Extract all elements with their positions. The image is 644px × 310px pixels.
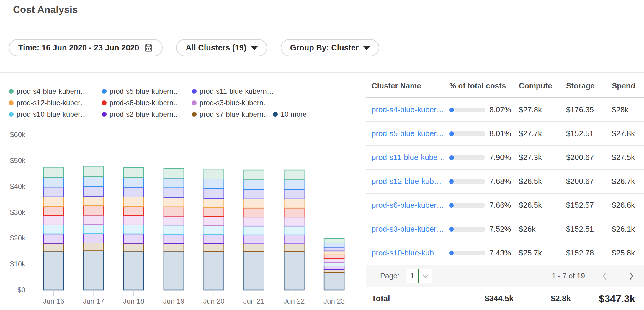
bar-segment[interactable] bbox=[164, 243, 184, 251]
cluster-name-link[interactable]: prod-s3-blue-kubern… bbox=[372, 217, 445, 241]
bar-segment[interactable] bbox=[84, 177, 104, 187]
bar-segment[interactable] bbox=[124, 225, 144, 234]
legend-item[interactable]: prod-s12-blue-kuber… bbox=[9, 98, 87, 108]
bar-segment[interactable] bbox=[84, 186, 104, 196]
cluster-name-link[interactable]: prod-s10-blue-kuber… bbox=[372, 241, 445, 265]
cluster-name-link[interactable]: prod-s11-blue-kuber… bbox=[372, 146, 445, 169]
bar-segment[interactable] bbox=[164, 178, 184, 188]
bar-segment[interactable] bbox=[244, 199, 264, 208]
bar-segment[interactable] bbox=[324, 269, 344, 273]
legend-item[interactable]: prod-s3-blue-kubern… bbox=[192, 98, 270, 108]
bar-segment[interactable] bbox=[324, 262, 344, 266]
bar-segment[interactable] bbox=[84, 166, 104, 176]
bar-segment[interactable] bbox=[84, 225, 104, 234]
bar-segment[interactable] bbox=[244, 189, 264, 199]
bar-segment[interactable] bbox=[124, 177, 144, 187]
bar-segment[interactable] bbox=[284, 226, 304, 235]
bar-segment[interactable] bbox=[164, 234, 184, 243]
next-page-button[interactable] bbox=[626, 270, 636, 282]
bar-segment[interactable] bbox=[44, 187, 64, 197]
time-range-filter-button[interactable]: Time: 16 Jun 2020 - 23 Jun 2020 bbox=[9, 39, 163, 56]
bar-segment[interactable] bbox=[284, 180, 304, 189]
bar-segment[interactable] bbox=[204, 235, 224, 244]
previous-page-button[interactable] bbox=[600, 270, 610, 282]
bar-segment[interactable] bbox=[84, 234, 104, 243]
bar-segment[interactable] bbox=[244, 244, 264, 252]
bar-segment[interactable] bbox=[284, 244, 304, 252]
bar-segment[interactable] bbox=[164, 168, 184, 178]
bar-segment[interactable] bbox=[204, 198, 224, 207]
bar-segment[interactable] bbox=[164, 197, 184, 207]
bar-segment[interactable] bbox=[44, 177, 64, 187]
bar-segment[interactable] bbox=[244, 252, 264, 290]
bar-segment[interactable] bbox=[164, 188, 184, 197]
bar-segment[interactable] bbox=[284, 208, 304, 217]
bar-segment[interactable] bbox=[124, 206, 144, 216]
bar-segment[interactable] bbox=[44, 251, 64, 290]
bar-segment[interactable] bbox=[324, 238, 344, 243]
bar-segment[interactable] bbox=[44, 234, 64, 243]
bar-segment[interactable] bbox=[44, 225, 64, 234]
bar-segment[interactable] bbox=[124, 187, 144, 197]
bar-segment[interactable] bbox=[164, 251, 184, 290]
bar-segment[interactable] bbox=[324, 243, 344, 247]
bar-segment[interactable] bbox=[124, 197, 144, 206]
bar-segment[interactable] bbox=[44, 206, 64, 216]
cluster-name-link[interactable]: prod-s6-blue-kubern… bbox=[372, 194, 445, 217]
bar-segment[interactable] bbox=[204, 189, 224, 198]
bar-segment[interactable] bbox=[204, 217, 224, 226]
bar-segment[interactable] bbox=[284, 199, 304, 208]
bar-segment[interactable] bbox=[284, 217, 304, 226]
cluster-name-link[interactable]: prod-s4-blue-kubern… bbox=[372, 98, 445, 121]
bar-segment[interactable] bbox=[244, 235, 264, 244]
bar-segment[interactable] bbox=[324, 266, 344, 269]
bar-segment[interactable] bbox=[324, 251, 344, 255]
bar-segment[interactable] bbox=[44, 243, 64, 251]
legend-item[interactable]: prod-s7-blue-kubern… bbox=[192, 110, 270, 119]
bar-segment[interactable] bbox=[204, 169, 224, 179]
page-select[interactable]: 1 bbox=[406, 269, 432, 283]
bar-segment[interactable] bbox=[284, 252, 304, 290]
bar-segment[interactable] bbox=[124, 243, 144, 251]
bar-segment[interactable] bbox=[44, 216, 64, 225]
bar-segment[interactable] bbox=[124, 167, 144, 177]
bar-segment[interactable] bbox=[204, 244, 224, 251]
bar-segment[interactable] bbox=[324, 272, 344, 290]
bar-segment[interactable] bbox=[204, 226, 224, 235]
bar-segment[interactable] bbox=[204, 251, 224, 290]
bar-segment[interactable] bbox=[284, 189, 304, 199]
bar-segment[interactable] bbox=[324, 247, 344, 251]
legend-item[interactable]: 10 more bbox=[273, 110, 307, 119]
bar-segment[interactable] bbox=[124, 234, 144, 243]
group-by-dropdown[interactable]: Group By: Cluster bbox=[281, 39, 380, 56]
bar-segment[interactable] bbox=[124, 251, 144, 290]
cluster-name-link[interactable]: prod-s5-blue-kubern… bbox=[372, 122, 445, 145]
bar-segment[interactable] bbox=[324, 255, 344, 259]
bar-segment[interactable] bbox=[244, 180, 264, 189]
legend-item[interactable]: prod-s2-blue-kubern… bbox=[102, 110, 180, 119]
legend-item[interactable]: prod-s10-blue-kuber… bbox=[9, 110, 87, 119]
bar-segment[interactable] bbox=[284, 235, 304, 244]
bar-segment[interactable] bbox=[244, 217, 264, 226]
legend-item[interactable]: prod-s4-blue-kubern… bbox=[9, 87, 87, 96]
bar-segment[interactable] bbox=[44, 197, 64, 206]
bar-segment[interactable] bbox=[84, 196, 104, 206]
cluster-name-link[interactable]: prod-s12-blue-kuber… bbox=[372, 170, 445, 193]
bar-segment[interactable] bbox=[124, 216, 144, 225]
legend-item[interactable]: prod-s6-blue-kubern… bbox=[102, 98, 180, 108]
bar-segment[interactable] bbox=[244, 208, 264, 217]
bar-segment[interactable] bbox=[84, 243, 104, 251]
bar-segment[interactable] bbox=[284, 170, 304, 180]
bar-segment[interactable] bbox=[204, 179, 224, 189]
bar-segment[interactable] bbox=[84, 215, 104, 225]
bar-segment[interactable] bbox=[204, 207, 224, 217]
bar-segment[interactable] bbox=[84, 251, 104, 290]
bar-segment[interactable] bbox=[164, 207, 184, 216]
bar-segment[interactable] bbox=[84, 206, 104, 215]
bar-segment[interactable] bbox=[44, 167, 64, 177]
bar-segment[interactable] bbox=[244, 226, 264, 235]
bar-segment[interactable] bbox=[164, 225, 184, 234]
bar-segment[interactable] bbox=[164, 216, 184, 225]
legend-item[interactable]: prod-s11-blue-kubern… bbox=[192, 87, 274, 96]
legend-item[interactable]: prod-s5-blue-kubern… bbox=[102, 87, 180, 96]
